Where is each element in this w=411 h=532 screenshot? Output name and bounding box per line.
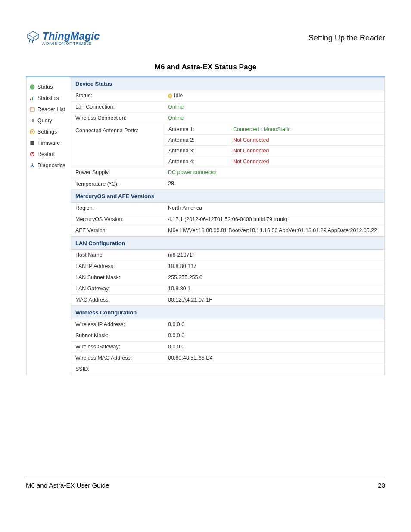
wireless-subnet-value: 0.0.0.0 xyxy=(164,330,384,341)
section-header-wireless: Wireless Configuration xyxy=(71,306,384,319)
page-title: M6 and Astra-EX Status Page xyxy=(26,63,385,72)
svg-point-0 xyxy=(30,85,34,89)
nav-item-firmware[interactable]: Firmware xyxy=(27,137,71,149)
status-label: Status: xyxy=(71,90,164,101)
afe-version-label: AFE Version: xyxy=(71,225,164,236)
restart-icon xyxy=(29,151,35,157)
temperature-label: Temperature (℃): xyxy=(71,178,164,189)
gear-icon xyxy=(29,129,35,135)
wireless-subnet-label: Subnet Mask: xyxy=(71,330,164,341)
lan-connection-value: Online xyxy=(164,102,384,112)
power-supply-value: DC power connector xyxy=(164,167,384,178)
host-name-value: m6-21071f xyxy=(164,250,384,261)
nav-item-status[interactable]: Status xyxy=(27,81,71,93)
idle-indicator-icon xyxy=(168,94,172,98)
lan-gateway-label: LAN Gateway: xyxy=(71,283,164,294)
sidebar: StatusStatisticsReader ListQuerySettings… xyxy=(26,77,71,375)
nav-item-reader-list[interactable]: Reader List xyxy=(27,104,71,115)
firmware-icon xyxy=(29,140,35,146)
page-section-title: Setting Up the Reader xyxy=(308,34,385,43)
wireless-gateway-value: 0.0.0.0 xyxy=(164,342,384,352)
nav-item-settings[interactable]: Settings xyxy=(27,126,71,137)
svg-rect-11 xyxy=(31,141,34,145)
lan-ip-value: 10.8.80.117 xyxy=(164,261,384,272)
lan-connection-label: Lan Connection: xyxy=(71,102,164,112)
wireless-mac-label: Wireless MAC Address: xyxy=(71,353,164,364)
antenna-ports-label: Connected Antenna Ports: xyxy=(71,124,164,167)
svg-point-10 xyxy=(32,131,33,133)
wireless-ip-value: 0.0.0.0 xyxy=(164,319,384,330)
temperature-value: 28 xyxy=(164,178,384,189)
wireless-gateway-label: Wireless Gateway: xyxy=(71,342,164,352)
lan-subnet-label: LAN Subnet Mask: xyxy=(71,272,164,283)
antenna-status: Connected : MonoStatic xyxy=(229,124,384,134)
wireless-ip-label: Wireless IP Address: xyxy=(71,319,164,330)
brand-tagline: A DIVISION OF TRIMBLE xyxy=(42,41,100,46)
nav-label: Query xyxy=(37,118,52,124)
mercuryos-version-label: MercuryOS Version: xyxy=(71,214,164,225)
antenna-table: Antenna 1:Connected : MonoStaticAntenna … xyxy=(164,124,384,167)
region-value: North America xyxy=(164,203,384,214)
nav-label: Diagnostics xyxy=(37,162,65,168)
antenna-status: Not Connected xyxy=(229,135,384,145)
status-icon xyxy=(29,84,35,90)
host-name-label: Host Name: xyxy=(71,250,164,261)
footer-page-number: 23 xyxy=(378,482,385,489)
region-label: Region: xyxy=(71,203,164,214)
ssid-value xyxy=(164,364,384,375)
query-icon xyxy=(29,118,35,124)
nav-label: Reader List xyxy=(37,106,65,112)
wireless-connection-label: Wireless Connection: xyxy=(71,113,164,124)
svg-rect-7 xyxy=(32,119,33,122)
logo-icon xyxy=(26,30,40,43)
antenna-label: Antenna 1: xyxy=(164,124,229,134)
svg-rect-2 xyxy=(32,97,33,100)
footer-left: M6 and Astra-EX User Guide xyxy=(26,482,109,489)
svg-rect-3 xyxy=(34,96,34,100)
content: Device Status Status: Idle Lan Connectio… xyxy=(71,77,385,375)
wireless-mac-value: 00:80:48:5E:65:B4 xyxy=(164,353,384,364)
nav-item-restart[interactable]: Restart xyxy=(27,149,71,160)
antenna-label: Antenna 3: xyxy=(164,146,229,156)
nav-item-statistics[interactable]: Statistics xyxy=(27,93,71,104)
logo: ThingMagic A DIVISION OF TRIMBLE xyxy=(26,30,100,46)
status-text: Idle xyxy=(174,93,183,99)
diag-icon xyxy=(29,162,35,168)
nav-label: Restart xyxy=(37,151,55,157)
nav-label: Firmware xyxy=(37,140,60,146)
section-header-lan: LAN Configuration xyxy=(71,236,384,250)
stats-icon xyxy=(29,95,35,101)
nav-item-diagnostics[interactable]: Diagnostics xyxy=(27,160,71,171)
section-header-device-status: Device Status xyxy=(71,77,384,90)
nav-label: Settings xyxy=(37,129,57,135)
nav-item-query[interactable]: Query xyxy=(27,115,71,126)
status-page-screenshot: StatusStatisticsReader ListQuerySettings… xyxy=(26,76,385,375)
lan-gateway-value: 10.8.80.1 xyxy=(164,283,384,294)
ssid-label: SSID: xyxy=(71,364,164,375)
nav-label: Status xyxy=(37,84,53,90)
svg-rect-6 xyxy=(31,119,31,122)
page-footer: M6 and Astra-EX User Guide 23 xyxy=(26,477,385,489)
nav-label: Statistics xyxy=(37,95,59,101)
power-supply-label: Power Supply: xyxy=(71,167,164,178)
antenna-label: Antenna 4: xyxy=(164,156,229,167)
status-value: Idle xyxy=(164,90,384,101)
antenna-status: Not Connected xyxy=(229,146,384,156)
antenna-row: Antenna 1:Connected : MonoStatic xyxy=(164,124,384,135)
mercuryos-version-value: 4.17.1 (2012-06-12T01:52:06-0400 build 7… xyxy=(164,214,384,225)
antenna-row: Antenna 3:Not Connected xyxy=(164,146,384,156)
wireless-connection-value: Online xyxy=(164,113,384,124)
lan-subnet-value: 255.255.255.0 xyxy=(164,272,384,283)
svg-rect-4 xyxy=(30,108,34,111)
antenna-status: Not Connected xyxy=(229,156,384,167)
section-header-versions: MercuryOS and AFE Versions xyxy=(71,190,384,203)
mac-address-label: MAC Address: xyxy=(71,295,164,305)
svg-rect-8 xyxy=(33,119,34,122)
antenna-row: Antenna 4:Not Connected xyxy=(164,156,384,167)
lan-ip-label: LAN IP Address: xyxy=(71,261,164,272)
afe-version-value: M6e HWVer:18.00.00.01 BootVer:10.11.16.0… xyxy=(164,225,384,236)
list-icon xyxy=(29,106,35,112)
svg-rect-1 xyxy=(30,99,31,100)
antenna-label: Antenna 2: xyxy=(164,135,229,145)
brand-text: ThingMagic xyxy=(42,30,100,42)
